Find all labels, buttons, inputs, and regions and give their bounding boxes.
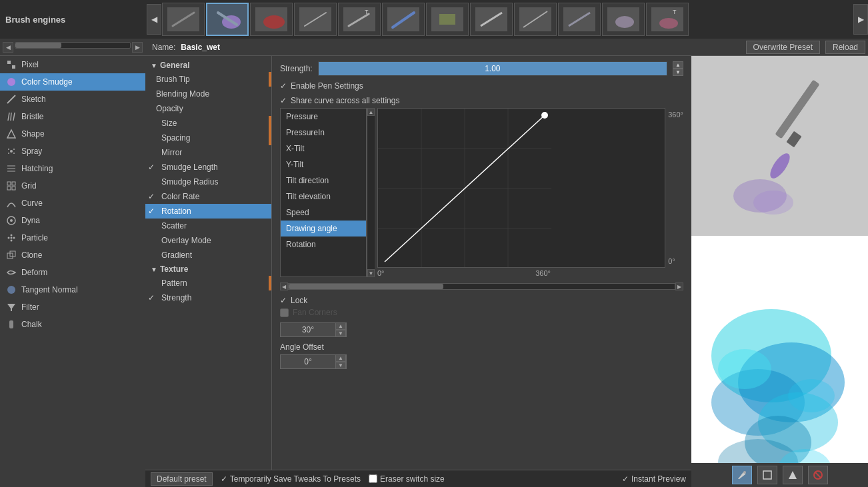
sidebar-item-pixel[interactable]: Pixel bbox=[0, 56, 145, 73]
sidebar-item-clone[interactable]: Clone bbox=[0, 246, 145, 264]
orange-indicator bbox=[269, 72, 271, 87]
presets-nav-left[interactable]: ◀ bbox=[147, 4, 161, 35]
svg-point-66 bbox=[541, 112, 548, 119]
curve-graph[interactable] bbox=[377, 108, 665, 268]
preset-scroll-left[interactable]: ◀ bbox=[3, 42, 13, 53]
preset-item[interactable] bbox=[382, 3, 425, 36]
tool-btn-fill[interactable] bbox=[783, 466, 803, 484]
enable-pen-checkbox[interactable]: ✓ bbox=[280, 81, 287, 91]
angle-spin-down[interactable]: ▼ bbox=[335, 330, 346, 337]
sidebar-item-shape[interactable]: Shape bbox=[0, 125, 145, 143]
sensor-item-x-tilt[interactable]: X-Tilt bbox=[281, 141, 366, 157]
sidebar-item-deform[interactable]: Deform bbox=[0, 264, 145, 281]
preset-item[interactable] bbox=[162, 3, 205, 36]
sidebar-item-filter[interactable]: Filter bbox=[0, 298, 145, 316]
sensor-scroll-h-thumb bbox=[289, 284, 443, 289]
svg-line-33 bbox=[13, 113, 15, 121]
sidebar-item-hatching[interactable]: Hatching bbox=[0, 160, 145, 177]
settings-entry-pattern[interactable]: Pattern bbox=[145, 276, 271, 290]
sensor-scroll-track[interactable] bbox=[367, 116, 375, 269]
sensor-item-tilt-direction[interactable]: Tilt direction bbox=[281, 173, 366, 189]
settings-entry-color-rate[interactable]: ✓ Color Rate bbox=[145, 189, 271, 204]
settings-entry-smudge-length[interactable]: ✓ Smudge Length bbox=[145, 160, 271, 175]
sensor-item-pressurein[interactable]: PressureIn bbox=[281, 125, 366, 141]
settings-entry-brush-tip[interactable]: Brush Tip bbox=[145, 72, 271, 87]
preset-item[interactable] bbox=[558, 3, 601, 36]
angle-spin-up[interactable]: ▲ bbox=[335, 322, 346, 330]
sensor-scroll-h-left[interactable]: ◀ bbox=[280, 282, 288, 290]
texture-section-header[interactable]: ▼ Texture bbox=[145, 262, 271, 276]
settings-entry-opacity[interactable]: Opacity bbox=[145, 101, 271, 116]
sensor-scroll-down[interactable]: ▼ bbox=[367, 269, 375, 277]
strength-spin-up[interactable]: ▲ bbox=[673, 61, 683, 69]
share-curve-row: ✓ Share curve across all settings bbox=[280, 96, 683, 105]
strength-slider[interactable]: 1.00 bbox=[318, 61, 667, 76]
sensor-item-drawing-angle[interactable]: Drawing angle bbox=[281, 221, 366, 237]
sensor-item-pressure[interactable]: Pressure bbox=[281, 109, 366, 125]
sidebar-item-spray[interactable]: Spray bbox=[0, 143, 145, 160]
settings-entry-size[interactable]: Size bbox=[145, 116, 271, 131]
angle-offset-spin-up[interactable]: ▲ bbox=[335, 354, 346, 362]
sensor-item-y-tilt[interactable]: Y-Tilt bbox=[281, 157, 366, 173]
settings-entry-blending-mode[interactable]: Blending Mode bbox=[145, 87, 271, 101]
svg-rect-46 bbox=[12, 187, 15, 190]
preset-scroll-right[interactable]: ▶ bbox=[132, 42, 143, 53]
sidebar-item-grid[interactable]: Grid bbox=[0, 177, 145, 195]
sidebar-item-chalk[interactable]: Chalk bbox=[0, 316, 145, 333]
sensor-scroll-h-track[interactable] bbox=[288, 283, 675, 290]
preset-item[interactable] bbox=[294, 3, 337, 36]
sidebar-item-tangent-normal[interactable]: Tangent Normal bbox=[0, 281, 145, 298]
curve-y-bottom: 0° bbox=[668, 257, 683, 265]
sensor-scroll-h-right[interactable]: ▶ bbox=[675, 282, 683, 290]
angle-spinbox[interactable]: 30° ▲ ▼ bbox=[280, 322, 347, 337]
settings-entry-gradient[interactable]: Gradient bbox=[145, 248, 271, 262]
sidebar-item-curve[interactable]: Curve bbox=[0, 195, 145, 212]
default-preset-button[interactable]: Default preset bbox=[151, 472, 213, 486]
settings-entry-smudge-radius[interactable]: Smudge Radius bbox=[145, 175, 271, 189]
preset-item[interactable] bbox=[602, 3, 645, 36]
tool-btn-clear[interactable] bbox=[808, 466, 828, 484]
sidebar-item-dyna[interactable]: Dyna bbox=[0, 212, 145, 229]
preset-item-active[interactable] bbox=[206, 3, 249, 36]
sensor-scroll-up[interactable]: ▲ bbox=[367, 108, 375, 116]
settings-entry-strength[interactable]: ✓ Strength bbox=[145, 290, 271, 305]
settings-entry-scatter[interactable]: Scatter bbox=[145, 219, 271, 233]
presets-nav-right[interactable]: ▶ bbox=[853, 4, 868, 35]
angle-offset-spin-down[interactable]: ▼ bbox=[335, 362, 346, 369]
sidebar-item-particle[interactable]: Particle bbox=[0, 229, 145, 246]
sensor-item-tilt-elevation[interactable]: Tilt elevation bbox=[281, 189, 366, 205]
strength-spin-down[interactable]: ▼ bbox=[673, 69, 683, 76]
sidebar-label-hatching: Hatching bbox=[21, 164, 53, 173]
enable-pen-row: ✓ Enable Pen Settings bbox=[280, 81, 683, 91]
general-section-header[interactable]: ▼ General bbox=[145, 59, 271, 72]
settings-entry-mirror[interactable]: Mirror bbox=[145, 145, 271, 160]
svg-rect-15 bbox=[439, 14, 455, 25]
preset-item[interactable] bbox=[470, 3, 513, 36]
tool-btn-canvas[interactable] bbox=[757, 466, 777, 484]
lock-checkbox[interactable]: ✓ bbox=[280, 296, 287, 305]
sidebar-item-color-smudge[interactable]: Color Smudge bbox=[0, 73, 145, 91]
preset-item[interactable] bbox=[250, 3, 293, 36]
preset-item[interactable] bbox=[426, 3, 469, 36]
settings-entry-overlay-mode[interactable]: Overlay Mode bbox=[145, 233, 271, 248]
temp-save-label: Temporarily Save Tweaks To Presets bbox=[230, 474, 361, 484]
preset-item[interactable]: T bbox=[646, 3, 689, 36]
sidebar-item-sketch[interactable]: Sketch bbox=[0, 91, 145, 108]
second-row: ◀ ▶ Name: Basic_wet Overwrite Preset Rel… bbox=[0, 39, 868, 56]
overwrite-preset-button[interactable]: Overwrite Preset bbox=[746, 41, 820, 54]
preset-item[interactable]: T bbox=[338, 3, 381, 36]
sensor-item-speed[interactable]: Speed bbox=[281, 205, 366, 221]
angle-offset-spinbox[interactable]: 0° ▲ ▼ bbox=[280, 354, 347, 369]
sidebar-item-bristle[interactable]: Bristle bbox=[0, 108, 145, 125]
fan-corners-checkbox[interactable] bbox=[280, 308, 289, 317]
settings-entry-spacing[interactable]: Spacing bbox=[145, 131, 271, 145]
reload-button[interactable]: Reload bbox=[825, 41, 865, 54]
angle-offset-section: Angle Offset bbox=[280, 342, 683, 352]
preset-item[interactable] bbox=[514, 3, 557, 36]
settings-entry-rotation[interactable]: ✓ Rotation bbox=[145, 204, 271, 219]
preset-scrollbar-track[interactable] bbox=[15, 42, 131, 49]
sensor-item-rotation[interactable]: Rotation bbox=[281, 237, 366, 252]
tool-btn-brush[interactable] bbox=[732, 466, 752, 484]
eraser-switch-checkbox[interactable] bbox=[369, 474, 377, 483]
tangent-normal-icon bbox=[5, 284, 17, 296]
